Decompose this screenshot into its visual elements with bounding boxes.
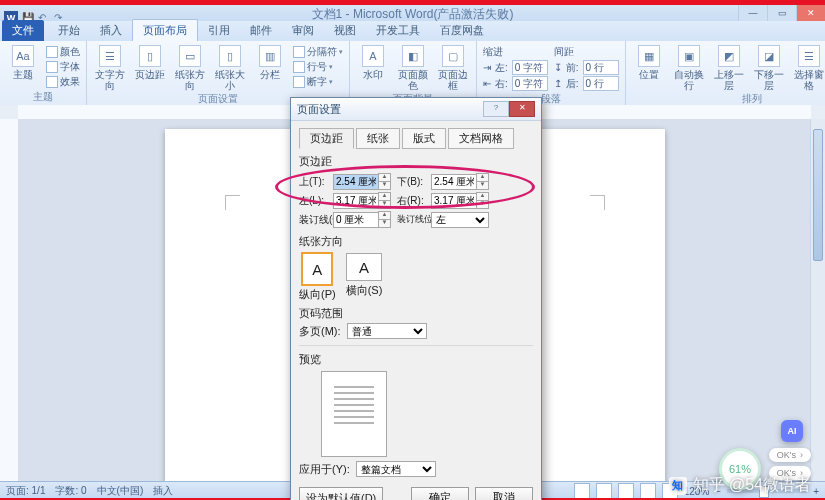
view-web-icon[interactable] xyxy=(618,483,634,499)
margin-right-spinner[interactable]: ▲▼ xyxy=(431,192,489,209)
margin-left-input[interactable] xyxy=(333,193,379,209)
scrollbar-vertical[interactable] xyxy=(810,119,825,482)
ok-button[interactable]: 确定 xyxy=(411,487,469,500)
position-label: 位置 xyxy=(639,69,659,80)
space-after[interactable]: ↥后:0 行 xyxy=(554,76,619,91)
close-button[interactable]: ✕ xyxy=(796,5,825,21)
bring-forward-button[interactable]: ◩上移一层 xyxy=(712,43,746,91)
margin-left-spinner[interactable]: ▲▼ xyxy=(333,192,391,209)
space-before[interactable]: ↧前:0 行 xyxy=(554,60,619,75)
view-outline-icon[interactable] xyxy=(640,483,656,499)
watermark-button[interactable]: A水印 xyxy=(356,43,390,80)
multi-page-select[interactable]: 普通 xyxy=(347,323,427,339)
send-backward-button[interactable]: ◪下移一层 xyxy=(752,43,786,91)
gutter-input[interactable] xyxy=(333,212,379,228)
selection-pane-button[interactable]: ☰选择窗格 xyxy=(792,43,825,91)
group-theme-title: 主题 xyxy=(6,89,80,106)
themes-button[interactable]: Aa 主题 xyxy=(6,43,40,80)
tab-developer[interactable]: 开发工具 xyxy=(366,20,430,41)
dialog-titlebar[interactable]: 页面设置 ? ✕ xyxy=(291,98,541,121)
spin-down-icon[interactable]: ▼ xyxy=(378,201,391,209)
view-print-layout-icon[interactable] xyxy=(574,483,590,499)
spin-down-icon[interactable]: ▼ xyxy=(378,182,391,190)
chip-ok-1[interactable]: OK's› xyxy=(769,448,811,462)
themes-label: 主题 xyxy=(13,69,33,80)
size-button[interactable]: ▯纸张大小 xyxy=(213,43,247,91)
theme-effects[interactable]: 效果 xyxy=(46,75,80,89)
minimize-button[interactable]: ― xyxy=(738,5,767,21)
margin-bottom-spinner[interactable]: ▲▼ xyxy=(431,173,489,190)
zoom-in-icon[interactable]: + xyxy=(813,486,819,497)
spin-down-icon[interactable]: ▼ xyxy=(476,182,489,190)
page-color-button[interactable]: ◧页面颜色 xyxy=(396,43,430,91)
set-default-button[interactable]: 设为默认值(D) xyxy=(299,487,383,500)
maximize-button[interactable]: ▭ xyxy=(767,5,796,21)
columns-button[interactable]: ▥分栏 xyxy=(253,43,287,80)
tab-file[interactable]: 文件 xyxy=(2,20,44,41)
gutter-pos-select[interactable]: 左 xyxy=(431,212,489,228)
tab-review[interactable]: 审阅 xyxy=(282,20,324,41)
margin-top-spinner[interactable]: ▲▼ xyxy=(333,173,391,190)
view-fullscreen-icon[interactable] xyxy=(596,483,612,499)
orientation-button[interactable]: ▭纸张方向 xyxy=(173,43,207,91)
margin-bottom-input[interactable] xyxy=(431,174,477,190)
apply-to-select[interactable]: 整篇文档 xyxy=(356,461,436,477)
theme-colors[interactable]: 颜色 xyxy=(46,45,80,59)
margin-right-input[interactable] xyxy=(431,193,477,209)
dialog-tab-layout[interactable]: 版式 xyxy=(402,128,446,149)
margin-corner-tr xyxy=(590,195,605,210)
breaks-button[interactable]: 分隔符▾ xyxy=(293,45,343,59)
tab-mailings[interactable]: 邮件 xyxy=(240,20,282,41)
spin-down-icon[interactable]: ▼ xyxy=(476,201,489,209)
dialog-tab-grid[interactable]: 文档网格 xyxy=(448,128,514,149)
separator xyxy=(299,345,533,346)
status-page[interactable]: 页面: 1/1 xyxy=(6,484,45,498)
effects-icon xyxy=(46,76,58,88)
gutter-spinner[interactable]: ▲▼ xyxy=(333,211,391,228)
tab-baidu[interactable]: 百度网盘 xyxy=(430,20,494,41)
tab-references[interactable]: 引用 xyxy=(198,20,240,41)
text-direction-button[interactable]: ☰文字方向 xyxy=(93,43,127,91)
orientation-portrait[interactable]: A 纵向(P) xyxy=(299,253,336,302)
scrollbar-thumb[interactable] xyxy=(813,129,823,261)
tab-view[interactable]: 视图 xyxy=(324,20,366,41)
orientation-landscape[interactable]: A 横向(S) xyxy=(346,253,383,302)
indent-right-value[interactable]: 0 字符 xyxy=(512,76,548,91)
indent-left-label: 左: xyxy=(495,61,508,75)
dialog-close-button[interactable]: ✕ xyxy=(509,101,535,117)
position-button[interactable]: ▦位置 xyxy=(632,43,666,80)
ai-assistant-badge[interactable]: AI xyxy=(781,420,803,442)
ruler-vertical[interactable] xyxy=(0,119,19,482)
tab-home[interactable]: 开始 xyxy=(48,20,90,41)
status-insert[interactable]: 插入 xyxy=(153,484,173,498)
hyphenation-button[interactable]: 断字▾ xyxy=(293,75,343,89)
spin-down-icon[interactable]: ▼ xyxy=(378,220,391,228)
tab-page-layout[interactable]: 页面布局 xyxy=(132,19,198,41)
space-after-value[interactable]: 0 行 xyxy=(583,76,619,91)
status-lang[interactable]: 中文(中国) xyxy=(97,484,144,498)
margin-top-input[interactable] xyxy=(333,174,379,190)
theme-fonts-label: 字体 xyxy=(60,60,80,74)
group-paragraph: 缩进 ⇥左:0 字符 ⇤右:0 字符 间距 ↧前:0 行 ↥后:0 行 段落 xyxy=(477,41,626,105)
dialog-tab-margins[interactable]: 页边距 xyxy=(299,128,354,149)
margin-corner-tl xyxy=(225,195,240,210)
line-numbers-label: 行号 xyxy=(307,60,327,74)
dialog-tab-paper[interactable]: 纸张 xyxy=(356,128,400,149)
wrap-text-button[interactable]: ▣自动换行 xyxy=(672,43,706,91)
theme-effects-label: 效果 xyxy=(60,75,80,89)
theme-fonts[interactable]: 字体 xyxy=(46,60,80,74)
indent-left-value[interactable]: 0 字符 xyxy=(512,60,548,75)
margin-right-label: 右(R): xyxy=(397,194,425,208)
hyphenation-label: 断字 xyxy=(307,75,327,89)
status-words[interactable]: 字数: 0 xyxy=(55,484,86,498)
margins-button[interactable]: ▯页边距 xyxy=(133,43,167,80)
dialog-help-button[interactable]: ? xyxy=(483,101,509,117)
space-before-value[interactable]: 0 行 xyxy=(583,60,619,75)
tab-insert[interactable]: 插入 xyxy=(90,20,132,41)
indent-left[interactable]: ⇥左:0 字符 xyxy=(483,60,548,75)
page-border-button[interactable]: ▢页面边框 xyxy=(436,43,470,91)
indent-right[interactable]: ⇤右:0 字符 xyxy=(483,76,548,91)
line-numbers-button[interactable]: 行号▾ xyxy=(293,60,343,74)
cancel-button[interactable]: 取消 xyxy=(475,487,533,500)
text-direction-icon: ☰ xyxy=(99,45,121,67)
